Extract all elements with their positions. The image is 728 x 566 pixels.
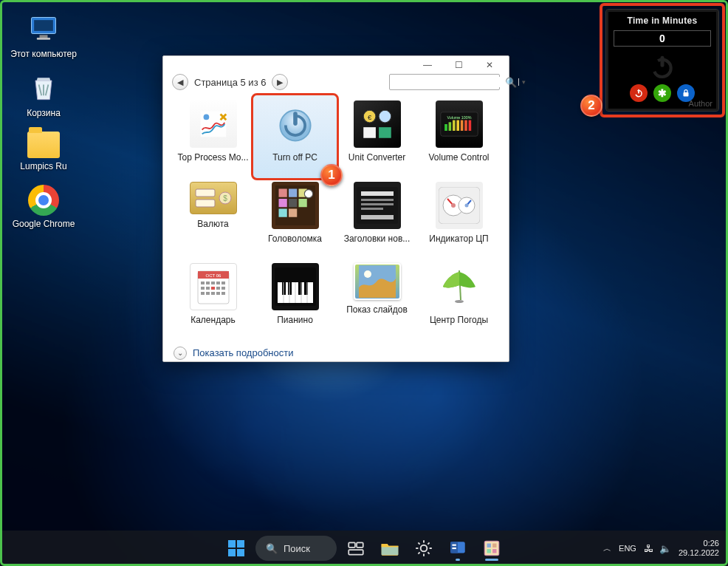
svg-rect-63 <box>211 287 215 290</box>
svg-text:Volume 100%: Volume 100% <box>447 115 471 120</box>
desktop-icon-lumpics-folder[interactable]: Lumpics Ru <box>3 132 84 171</box>
svg-point-89 <box>421 545 427 552</box>
task-view-button[interactable] <box>341 533 371 563</box>
gadget-item-currency[interactable]: $ Валюта <box>174 179 253 260</box>
file-explorer-icon <box>380 540 399 556</box>
windows-logo-icon <box>228 540 244 556</box>
gadgets-grid: Top Process Mo... Turn off PC € Unit Con… <box>163 90 509 344</box>
svg-rect-39 <box>278 209 286 217</box>
taskbar-app-1[interactable] <box>443 533 473 563</box>
turn-off-pc-gadget[interactable]: Time in Minutes ✱ Author <box>605 9 719 112</box>
show-details-link[interactable]: Показать подробности <box>193 347 293 358</box>
svg-point-83 <box>364 270 371 278</box>
search-dropdown-icon[interactable]: ▾ <box>518 78 526 86</box>
gadget-thumb: € <box>354 100 401 148</box>
window-close-button[interactable]: ✕ <box>475 56 504 74</box>
gadget-item-label: Top Process Mo... <box>177 152 248 163</box>
volume-icon[interactable]: 🔈 <box>659 543 671 554</box>
gadget-item-turn-off-pc[interactable]: Turn off PC <box>255 98 334 179</box>
tray-overflow-button[interactable]: ︿ <box>603 543 611 554</box>
chrome-icon <box>28 185 59 216</box>
desktop-icon-label: Этот компьютер <box>10 49 77 59</box>
prev-page-button[interactable]: ◀ <box>172 74 188 90</box>
svg-rect-21 <box>444 124 447 131</box>
svg-rect-65 <box>222 287 225 290</box>
recycle-bin-icon <box>27 72 60 105</box>
svg-rect-33 <box>278 189 286 197</box>
gallery-search-input[interactable] <box>393 77 504 87</box>
svg-rect-44 <box>361 199 394 201</box>
gadget-item-unit-converter[interactable]: € Unit Converter <box>337 98 416 179</box>
svg-rect-88 <box>382 547 399 555</box>
gadget-thumb: Volume 100% <box>436 100 483 148</box>
power-icon <box>633 88 644 98</box>
taskbar-right: ︿ ENG 🖧 🔈 0:26 29.12.2022 <box>603 539 728 557</box>
gadget-item-weather[interactable]: Центр Погоды <box>419 260 498 341</box>
window-maximize-button[interactable]: ☐ <box>444 56 473 74</box>
gadget-item-news[interactable]: Заголовки нов... <box>337 179 416 260</box>
taskbar-explorer[interactable] <box>375 533 405 563</box>
svg-rect-69 <box>216 292 220 295</box>
gadget-thumb <box>272 182 319 229</box>
svg-rect-85 <box>348 542 355 548</box>
svg-text:€: € <box>367 114 371 121</box>
svg-rect-28 <box>196 189 215 197</box>
desktop-icon-column: Этот компьютер Корзина Lumpics Ru Google… <box>3 13 84 229</box>
gadget-item-label: Unit Converter <box>348 152 405 163</box>
svg-point-51 <box>451 203 456 208</box>
window-titlebar[interactable]: — ☐ ✕ <box>163 56 509 74</box>
taskbar-search[interactable]: 🔍 Поиск <box>255 536 337 561</box>
gadget-refresh-button[interactable]: ✱ <box>653 84 671 102</box>
svg-line-96 <box>418 552 419 553</box>
gadget-item-top-process[interactable]: Top Process Mo... <box>174 98 253 179</box>
language-indicator[interactable]: ENG <box>619 544 636 553</box>
gadget-highlight-frame: Time in Minutes ✱ Author <box>600 3 725 117</box>
gadget-item-piano[interactable]: Пианино <box>255 260 334 341</box>
gadget-item-calendar[interactable]: OCT 06 Календарь <box>174 260 253 341</box>
svg-rect-47 <box>361 215 394 219</box>
svg-rect-64 <box>216 287 220 290</box>
system-tray[interactable]: 🖧 🔈 <box>644 543 671 554</box>
gadget-power-button[interactable] <box>630 84 648 102</box>
gadget-item-label: Заголовки нов... <box>344 233 411 244</box>
gadget-item-volume-control[interactable]: Volume 100% Volume Control <box>419 98 498 179</box>
gallery-search-box[interactable]: 🔍 ▾ <box>389 74 500 90</box>
gadget-item-cpu-meter[interactable]: Индикатор ЦП <box>419 179 498 260</box>
desktop-icon-chrome[interactable]: Google Chrome <box>3 185 84 229</box>
desktop-icon-recycle-bin[interactable]: Корзина <box>3 72 84 118</box>
window-minimize-button[interactable]: — <box>413 56 442 74</box>
svg-rect-106 <box>492 549 496 553</box>
svg-rect-59 <box>216 282 220 284</box>
svg-rect-104 <box>492 544 496 548</box>
desktop-icon-this-pc[interactable]: Этот компьютер <box>3 13 84 59</box>
gallery-toolbar: ◀ Страница 5 из 6 ▶ 🔍 ▾ <box>163 74 509 90</box>
start-button[interactable] <box>222 533 251 563</box>
gadget-thumb <box>272 100 319 148</box>
svg-rect-57 <box>206 282 210 284</box>
svg-rect-13 <box>293 112 298 126</box>
svg-point-15 <box>379 110 391 123</box>
search-icon[interactable]: 🔍 <box>504 77 518 88</box>
gadget-minutes-input[interactable] <box>614 30 711 47</box>
taskbar-settings[interactable] <box>409 533 439 563</box>
svg-rect-8 <box>684 92 689 97</box>
svg-rect-102 <box>484 541 499 556</box>
svg-rect-29 <box>196 200 215 207</box>
taskbar-app-2[interactable] <box>477 533 506 563</box>
network-icon[interactable]: 🖧 <box>644 543 653 554</box>
gadget-item-puzzle[interactable]: Головоломка <box>255 179 334 260</box>
taskbar-clock[interactable]: 0:26 29.12.2022 <box>679 539 719 557</box>
clock-time: 0:26 <box>679 539 719 548</box>
svg-text:$: $ <box>223 194 227 202</box>
desktop-icon-label: Корзина <box>27 108 61 118</box>
clock-date: 29.12.2022 <box>679 548 719 558</box>
gear-icon <box>414 539 433 558</box>
next-page-button[interactable]: ▶ <box>272 74 288 90</box>
show-details-toggle[interactable]: ⌄ <box>174 347 187 360</box>
annotation-callout-2: 2 <box>580 95 602 117</box>
gadget-item-slideshow[interactable]: Показ слайдов <box>337 260 416 341</box>
svg-rect-26 <box>464 120 467 131</box>
gadget-author-label: Author <box>689 99 712 108</box>
svg-rect-1 <box>34 20 53 31</box>
power-icon-large <box>644 51 681 81</box>
